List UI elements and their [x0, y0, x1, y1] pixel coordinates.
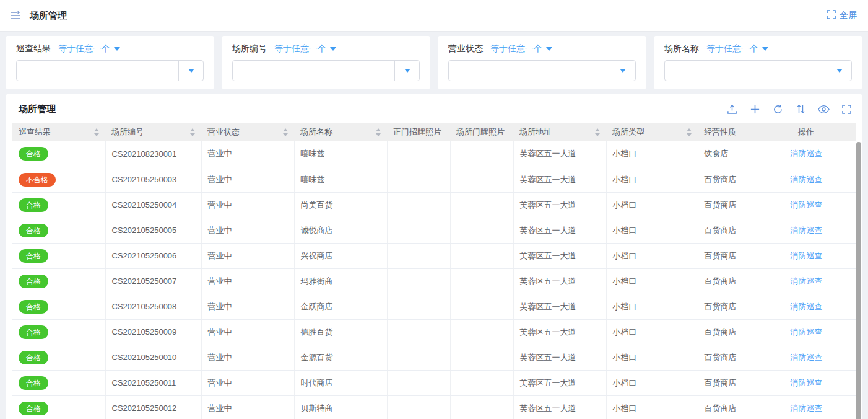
- front-sign-photo-cell: [387, 243, 450, 268]
- business-nature-cell: 百货商店: [698, 218, 757, 243]
- place-name-cell: 尚美百货: [294, 192, 387, 218]
- fire-inspection-link[interactable]: 消防巡查: [790, 251, 822, 260]
- fire-inspection-link[interactable]: 消防巡查: [790, 404, 822, 413]
- front-sign-photo-cell: [387, 370, 450, 395]
- filter-label: 场所名称: [664, 43, 699, 55]
- sort-caret-icon[interactable]: [687, 128, 692, 136]
- fire-inspection-link[interactable]: 消防巡查: [790, 200, 822, 210]
- place-name-cell: 嘻味兹: [294, 141, 387, 167]
- view-columns-icon[interactable]: [817, 102, 830, 116]
- column-header[interactable]: 场所编号: [105, 123, 201, 141]
- filter-label: 营业状态: [448, 43, 483, 55]
- column-header[interactable]: 场所名称: [294, 123, 387, 141]
- table-row: 合格 CS202105250009 营业中 德胜百货 芙蓉区五一大道 小档口 百…: [12, 319, 856, 345]
- place-address-cell: 芙蓉区五一大道: [513, 395, 606, 419]
- filter-operator-dropdown[interactable]: 等于任意一个: [274, 43, 336, 55]
- fire-inspection-link[interactable]: 消防巡查: [790, 378, 822, 387]
- status-badge: 合格: [19, 275, 48, 288]
- filter-select-input[interactable]: [232, 60, 420, 81]
- table-row: 合格 CS202105250008 营业中 金跃商店 芙蓉区五一大道 小档口 百…: [12, 294, 856, 319]
- business-status-cell: 营业中: [201, 218, 294, 243]
- table-fullscreen-icon[interactable]: [840, 102, 853, 116]
- filter-select-input[interactable]: [448, 60, 636, 81]
- fire-inspection-link[interactable]: 消防巡查: [790, 302, 822, 311]
- door-plate-photo-cell: [450, 141, 513, 167]
- column-header[interactable]: 巡查结果: [12, 123, 105, 141]
- place-code-cell: CS202105250005: [105, 218, 201, 243]
- business-status-cell: 营业中: [201, 141, 294, 167]
- door-plate-photo-cell: [450, 395, 513, 419]
- sort-caret-icon[interactable]: [94, 128, 99, 136]
- collapse-menu-icon[interactable]: [10, 11, 21, 20]
- chevron-down-icon: [836, 69, 843, 73]
- places-table: 巡查结果场所编号营业状态场所名称正门招牌照片场所门牌照片场所地址场所类型经营性质…: [12, 123, 856, 419]
- sort-caret-icon[interactable]: [283, 128, 288, 136]
- business-nature-cell: 百货商店: [698, 395, 757, 419]
- filter-operator-dropdown[interactable]: 等于任意一个: [706, 43, 768, 55]
- filter-operator-dropdown[interactable]: 等于任意一个: [58, 43, 120, 55]
- status-badge: 合格: [19, 300, 48, 314]
- fullscreen-button[interactable]: 全屏: [827, 10, 857, 21]
- topbar: 场所管理 全屏: [0, 0, 868, 32]
- place-address-cell: 芙蓉区五一大道: [513, 345, 606, 370]
- business-status-cell: 营业中: [201, 268, 294, 294]
- door-plate-photo-cell: [450, 167, 513, 192]
- front-sign-photo-cell: [387, 294, 450, 319]
- sort-caret-icon[interactable]: [376, 128, 381, 136]
- place-name-cell: 时代商店: [294, 370, 387, 395]
- place-name-cell: 嘻味兹: [294, 167, 387, 192]
- sort-caret-icon[interactable]: [595, 128, 600, 136]
- status-badge: 合格: [19, 325, 48, 339]
- place-type-cell: 小档口: [606, 192, 698, 218]
- door-plate-photo-cell: [450, 243, 513, 268]
- place-name-cell: 金源百货: [294, 345, 387, 370]
- door-plate-photo-cell: [450, 294, 513, 319]
- place-name-cell: 金跃商店: [294, 294, 387, 319]
- table-row: 合格 CS202105250012 营业中 贝斯特商 芙蓉区五一大道 小档口 百…: [12, 395, 856, 419]
- fire-inspection-link[interactable]: 消防巡查: [790, 175, 822, 184]
- door-plate-photo-cell: [450, 268, 513, 294]
- sort-icon[interactable]: [794, 102, 807, 116]
- refresh-icon[interactable]: [771, 102, 784, 116]
- vertical-scrollbar[interactable]: [856, 142, 861, 419]
- place-name-cell: 诚悦商店: [294, 218, 387, 243]
- filter-select-input[interactable]: [16, 60, 204, 81]
- column-header[interactable]: 场所地址: [513, 123, 606, 141]
- place-code-cell: CS202105250007: [105, 268, 201, 294]
- place-type-cell: 小档口: [606, 141, 698, 167]
- place-type-cell: 小档口: [606, 294, 698, 319]
- fullscreen-icon: [827, 10, 836, 21]
- export-icon[interactable]: [725, 102, 739, 116]
- fire-inspection-link[interactable]: 消防巡查: [790, 276, 822, 286]
- place-type-cell: 小档口: [606, 218, 698, 243]
- place-type-cell: 小档口: [606, 268, 698, 294]
- front-sign-photo-cell: [387, 395, 450, 419]
- chevron-down-icon: [762, 47, 768, 51]
- column-header[interactable]: 场所类型: [606, 123, 698, 141]
- door-plate-photo-cell: [450, 319, 513, 345]
- status-badge: 合格: [19, 376, 48, 390]
- business-nature-cell: 百货商店: [698, 294, 757, 319]
- filter-operator-dropdown[interactable]: 等于任意一个: [490, 43, 552, 55]
- status-badge: 不合格: [19, 173, 56, 187]
- business-nature-cell: 百货商店: [698, 370, 757, 395]
- fire-inspection-link[interactable]: 消防巡查: [790, 149, 822, 158]
- chevron-down-icon: [546, 47, 552, 51]
- add-icon[interactable]: [748, 102, 762, 116]
- column-header[interactable]: 营业状态: [201, 123, 294, 141]
- front-sign-photo-cell: [387, 218, 450, 243]
- fire-inspection-link[interactable]: 消防巡查: [790, 353, 822, 362]
- status-badge: 合格: [19, 198, 48, 212]
- status-badge: 合格: [19, 249, 48, 263]
- place-name-cell: 德胜百货: [294, 319, 387, 345]
- business-status-cell: 营业中: [201, 319, 294, 345]
- sort-caret-icon[interactable]: [190, 128, 195, 136]
- table-row: 合格 CS202105250004 营业中 尚美百货 芙蓉区五一大道 小档口 百…: [12, 192, 856, 218]
- filter-select-input[interactable]: [664, 60, 852, 81]
- filter-operator-label: 等于任意一个: [490, 43, 542, 55]
- door-plate-photo-cell: [450, 192, 513, 218]
- fire-inspection-link[interactable]: 消防巡查: [790, 327, 822, 337]
- filter-label: 巡查结果: [16, 43, 51, 55]
- place-type-cell: 小档口: [606, 395, 698, 419]
- fire-inspection-link[interactable]: 消防巡查: [790, 226, 822, 235]
